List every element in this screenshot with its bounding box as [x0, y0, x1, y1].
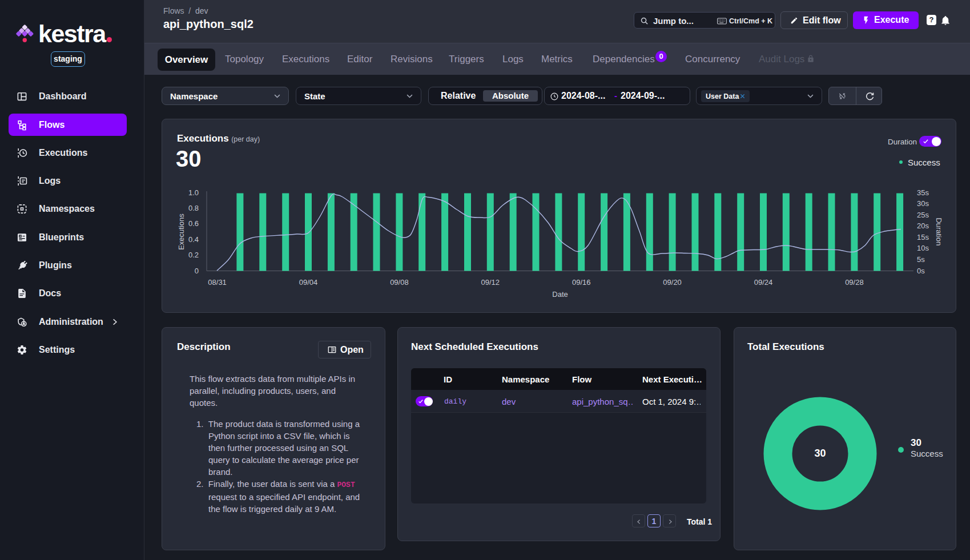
svg-text:Duration: Duration [935, 217, 943, 245]
svg-text:30s: 30s [917, 199, 929, 208]
svg-text:09/24: 09/24 [754, 278, 773, 287]
svg-text:0.4: 0.4 [188, 235, 199, 244]
svg-text:20s: 20s [917, 221, 929, 230]
svg-text:0.8: 0.8 [188, 204, 199, 212]
svg-text:09/04: 09/04 [299, 278, 318, 287]
svg-text:25s: 25s [917, 211, 929, 219]
svg-text:0.6: 0.6 [188, 219, 199, 228]
svg-text:1.0: 1.0 [188, 188, 199, 197]
svg-text:5s: 5s [917, 255, 925, 264]
svg-text:0.2: 0.2 [188, 251, 199, 259]
svg-text:09/16: 09/16 [572, 278, 591, 287]
svg-text:Executions: Executions [177, 213, 186, 250]
svg-text:09/08: 09/08 [390, 278, 409, 287]
svg-text:30: 30 [814, 448, 826, 459]
svg-text:35s: 35s [917, 188, 929, 197]
svg-text:09/12: 09/12 [481, 278, 500, 287]
svg-text:15s: 15s [917, 233, 929, 241]
svg-text:09/20: 09/20 [663, 278, 682, 287]
svg-text:Date: Date [552, 290, 567, 299]
svg-text:0s: 0s [917, 267, 925, 275]
svg-text:0: 0 [195, 267, 199, 275]
svg-text:09/28: 09/28 [845, 278, 864, 287]
svg-text:10s: 10s [917, 244, 929, 252]
svg-text:08/31: 08/31 [208, 278, 227, 287]
